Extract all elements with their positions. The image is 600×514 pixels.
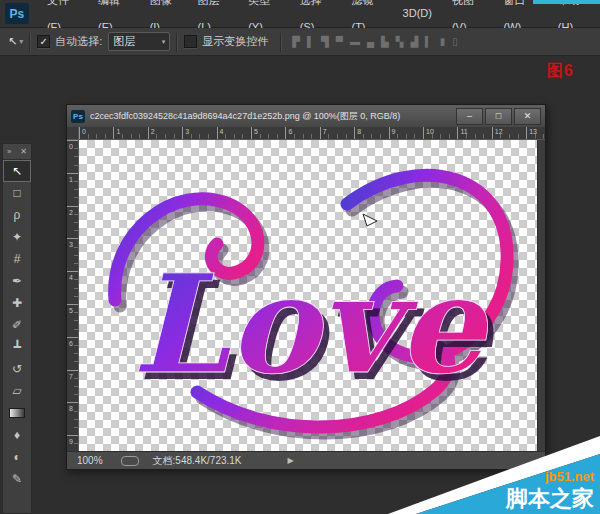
auto-select-target-dropdown[interactable]: 图层 ▾: [108, 32, 170, 51]
close-button[interactable]: ✕: [514, 108, 541, 125]
separator: [280, 33, 282, 51]
align-icon[interactable]: ▟: [410, 36, 418, 47]
tool-panel-header: » ✕: [3, 144, 31, 160]
ruler-number: 2: [69, 209, 73, 216]
tool-list: ↖□ρ✦#✒✚✐┻↺▱♦◐✎: [3, 160, 31, 490]
document-size-info: 文档:548.4K/723.1K: [153, 454, 242, 468]
ruler-number: 1: [69, 176, 73, 183]
ruler-number: 13: [529, 128, 537, 135]
align-icon[interactable]: ▯: [452, 36, 458, 47]
tool-button[interactable]: ✐: [3, 314, 31, 336]
ruler-number: 5: [254, 128, 258, 135]
watermark-site: jb51.net: [544, 469, 595, 484]
ruler-number: 3: [69, 241, 73, 248]
document-title: c2cec3fdfc03924528c41a9d8694a4c27d1e252b…: [90, 110, 448, 123]
window-buttons: – □ ✕: [454, 108, 541, 125]
ruler-number: 9: [392, 128, 396, 135]
ruler-number: 5: [69, 307, 73, 314]
horizontal-ruler: 012345678910111213: [79, 127, 545, 140]
ruler-number: 12: [495, 128, 503, 135]
status-menu-arrow-icon[interactable]: ▶: [288, 456, 294, 465]
align-icon[interactable]: ▄: [367, 36, 374, 47]
minimize-button[interactable]: –: [456, 108, 483, 125]
align-icon[interactable]: ▌: [307, 36, 314, 47]
align-icon[interactable]: ▍: [425, 36, 433, 47]
tool-button[interactable]: ┻: [3, 336, 31, 358]
ruler-number: 3: [185, 128, 189, 135]
separator: [176, 33, 178, 51]
ruler-number: 10: [426, 128, 434, 135]
chevron-down-icon: ▾: [162, 38, 166, 46]
move-cursor-icon: [363, 214, 377, 226]
document-ps-icon: Ps: [71, 110, 85, 123]
tool-button[interactable]: ρ: [3, 204, 31, 226]
menu-item[interactable]: 3D(D): [393, 0, 442, 27]
align-icon[interactable]: ▬: [350, 36, 360, 47]
separator: [29, 33, 31, 51]
figure-label: 图6: [547, 61, 574, 82]
tool-button[interactable]: ♦: [3, 424, 31, 446]
status-icon: [121, 456, 139, 466]
ruler-number: 7: [323, 128, 327, 135]
ruler-number: 11: [460, 128, 467, 135]
watermark-name: 脚本之家: [505, 486, 594, 511]
ruler-number: 9: [69, 438, 73, 445]
love-artwork: Love Love: [79, 140, 537, 453]
show-transform-label: 显示变换控件: [202, 34, 268, 49]
canvas-area[interactable]: Love Love: [79, 140, 537, 453]
ruler-number: 4: [220, 128, 224, 135]
align-buttons: ▛▌▜▀▬▄▙▚▟▍▮▯: [292, 36, 458, 47]
tool-button[interactable]: #: [3, 248, 31, 270]
ruler-number: 8: [69, 405, 73, 412]
auto-select-label: 自动选择:: [55, 34, 102, 49]
align-icon[interactable]: ▚: [396, 36, 404, 47]
tool-button[interactable]: □: [3, 182, 31, 204]
align-icon[interactable]: ▮: [440, 36, 446, 47]
options-bar: ↖ ▾ ✓ 自动选择: 图层 ▾ 显示变换控件 ▛▌▜▀▬▄▙▚▟▍▮▯: [0, 28, 600, 56]
ruler-number: 4: [69, 274, 73, 281]
show-transform-checkbox[interactable]: [184, 35, 197, 48]
close-panel-icon[interactable]: ✕: [20, 147, 27, 157]
align-icon[interactable]: ▜: [321, 36, 329, 47]
tool-button[interactable]: ✎: [3, 468, 31, 490]
ruler-number: 1: [116, 128, 120, 135]
tool-button[interactable]: ✚: [3, 292, 31, 314]
ruler-number: 2: [151, 128, 155, 135]
vertical-scrollbar[interactable]: [537, 140, 545, 453]
zoom-level[interactable]: 100%: [77, 455, 103, 466]
ruler-number: 6: [288, 128, 292, 135]
ruler-number: 7: [69, 373, 73, 380]
tool-button[interactable]: [3, 402, 31, 424]
auto-select-checkbox[interactable]: ✓: [37, 35, 50, 48]
align-icon[interactable]: ▀: [336, 36, 343, 47]
tool-button[interactable]: ▱: [3, 380, 31, 402]
align-icon[interactable]: ▙: [381, 36, 389, 47]
ruler-corner: [67, 127, 79, 140]
auto-select-target-value: 图层: [113, 34, 135, 49]
document-status-bar: 100% 文档:548.4K/723.1K ▶: [67, 451, 545, 469]
tool-panel: » ✕ ↖□ρ✦#✒✚✐┻↺▱♦◐✎: [2, 143, 32, 514]
ruler-number: 8: [357, 128, 361, 135]
love-text: Love: [132, 244, 490, 404]
photoshop-app: Ps 文件(F)编辑(E)图像(I)图层(L)类型(Y)选择(S)滤镜(T)3D…: [0, 0, 600, 514]
collapse-panel-icon[interactable]: »: [7, 147, 11, 157]
document-title-bar[interactable]: Ps c2cec3fdfc03924528c41a9d8694a4c27d1e2…: [67, 105, 545, 128]
document-window: Ps c2cec3fdfc03924528c41a9d8694a4c27d1e2…: [66, 104, 546, 470]
tool-preset-caret-icon[interactable]: ▾: [19, 37, 23, 46]
menu-bar: Ps 文件(F)编辑(E)图像(I)图层(L)类型(Y)选择(S)滤镜(T)3D…: [0, 0, 600, 28]
ruler-number: 6: [69, 340, 73, 347]
tool-button[interactable]: ✒: [3, 270, 31, 292]
watermark-top-strip: [533, 0, 600, 4]
align-icon[interactable]: ▛: [292, 36, 300, 47]
tool-button[interactable]: ✦: [3, 226, 31, 248]
vertical-ruler: 0123456789: [67, 140, 79, 453]
maximize-button[interactable]: □: [485, 108, 512, 125]
ruler-number: 0: [69, 143, 73, 150]
tool-button[interactable]: ↖: [3, 160, 31, 182]
tool-button[interactable]: ◐: [3, 446, 31, 468]
ruler-number: 0: [82, 128, 86, 135]
photoshop-logo: Ps: [5, 3, 29, 24]
tool-button[interactable]: ↺: [3, 358, 31, 380]
move-tool-icon[interactable]: ↖: [8, 35, 17, 48]
